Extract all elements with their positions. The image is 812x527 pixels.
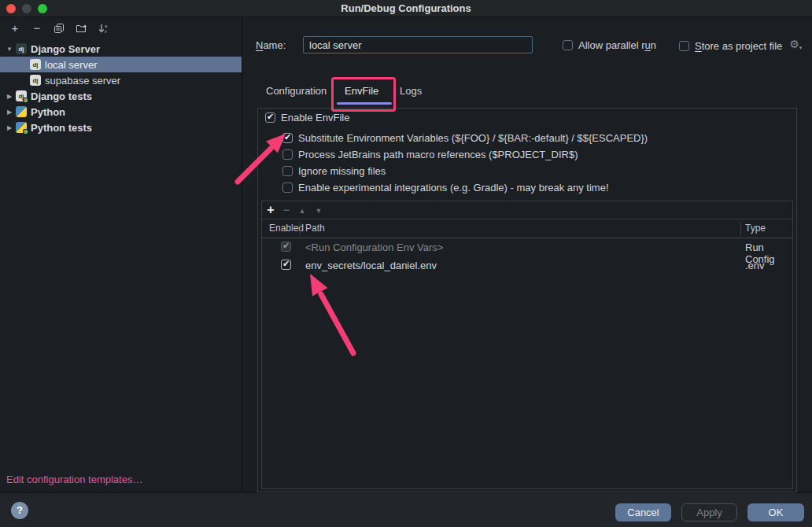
svg-text:z: z: [105, 29, 107, 34]
tab-logs[interactable]: Logs: [400, 85, 422, 97]
sidebar-toolbar: + − az: [0, 17, 242, 39]
sort-az-icon[interactable]: az: [97, 22, 109, 35]
tree-item-python-tests[interactable]: ▶ Python tests: [0, 120, 242, 135]
configurations-sidebar: + − az ▼ dj Django Server dj local serve…: [0, 17, 242, 492]
chevron-right-icon[interactable]: ▶: [3, 109, 16, 116]
django-icon: dj: [30, 59, 41, 70]
ok-button[interactable]: OK: [747, 503, 804, 521]
gear-glyph: ⚙: [789, 38, 799, 50]
column-header-enabled[interactable]: Enabled: [269, 223, 304, 234]
gear-icon[interactable]: ⚙▾: [789, 39, 802, 53]
enable-envfile-checkbox[interactable]: ✔ Enable EnvFile: [265, 112, 349, 123]
name-input[interactable]: [303, 36, 533, 53]
tree-item-supabase-server[interactable]: dj supabase server: [0, 72, 242, 88]
option-label: Enable experimental integrations (e.g. G…: [298, 182, 609, 193]
option-label: Process JetBrains path macro references …: [298, 149, 578, 160]
svg-text:a: a: [105, 24, 108, 28]
configuration-editor: Name: ✔ Allow parallel run ✔ Store as pr…: [243, 17, 812, 492]
window-title: Run/Debug Configurations: [0, 0, 812, 17]
checkbox-box[interactable]: ✔: [282, 166, 293, 176]
label-mnemonic: S: [695, 40, 702, 52]
chevron-right-icon[interactable]: ▶: [3, 124, 16, 131]
new-folder-icon[interactable]: [75, 22, 87, 35]
test-overlay-icon: [23, 129, 28, 135]
label-part: tore as project file: [702, 40, 783, 52]
selected-tab-underline: [337, 102, 392, 105]
tree-item-label: Python tests: [31, 122, 92, 134]
configurations-tree: ▼ dj Django Server dj local server dj su…: [0, 41, 242, 135]
add-env-file-icon[interactable]: +: [264, 204, 277, 216]
tree-item-local-server[interactable]: dj local server: [0, 57, 242, 72]
remove-env-file-icon[interactable]: −: [280, 204, 293, 216]
check-icon: ✔: [282, 259, 290, 269]
ignore-missing-files-checkbox[interactable]: ✔ Ignore missing files: [282, 165, 386, 177]
cancel-button[interactable]: Cancel: [615, 503, 671, 521]
checkbox-box[interactable]: ✔: [265, 112, 275, 123]
checkbox-box[interactable]: ✔: [563, 40, 573, 50]
checkbox-box[interactable]: ✔: [281, 260, 291, 270]
envfile-panel: ✔ Enable EnvFile ✔ Substitute Environmen…: [257, 108, 797, 492]
help-button[interactable]: ?: [11, 502, 28, 519]
python-tests-icon: [16, 122, 27, 133]
column-separator: [740, 222, 741, 235]
column-separator: [300, 222, 301, 235]
tree-item-label: supabase server: [45, 75, 120, 87]
row-path: <Run Configuration Env Vars>: [305, 241, 443, 253]
django-tests-icon: dj: [16, 90, 27, 101]
name-label-rest: ame:: [263, 39, 286, 51]
move-up-icon[interactable]: ▲: [296, 204, 308, 216]
tree-item-django-tests[interactable]: ▶ dj Django tests: [0, 88, 242, 104]
table-row[interactable]: ✔ env_secrets/local_daniel.env .env: [262, 256, 792, 275]
django-icon: dj: [30, 75, 41, 86]
tree-item-label: local server: [45, 59, 97, 71]
tree-item-django-server[interactable]: ▼ dj Django Server: [0, 41, 242, 57]
remove-configuration-icon[interactable]: −: [31, 22, 43, 35]
row-type: .env: [745, 260, 765, 271]
env-files-table: + − ▲ ▼ Enabled Path Type ✔ <Run Configu…: [261, 201, 793, 489]
experimental-integrations-checkbox[interactable]: ✔ Enable experimental integrations (e.g.…: [282, 182, 609, 193]
process-path-macro-checkbox[interactable]: ✔ Process JetBrains path macro reference…: [282, 149, 578, 160]
add-configuration-icon[interactable]: +: [9, 22, 21, 35]
test-overlay-icon: [23, 98, 28, 103]
table-header: Enabled Path Type: [262, 219, 792, 238]
copy-configuration-icon[interactable]: [53, 22, 65, 35]
chevron-down-icon[interactable]: ▼: [3, 46, 16, 53]
column-header-path[interactable]: Path: [305, 223, 325, 234]
tab-configuration[interactable]: Configuration: [266, 85, 327, 97]
checkbox-box[interactable]: ✔: [282, 133, 293, 143]
option-label: Substitute Environment Variables (${FOO}…: [298, 132, 648, 144]
tree-item-label: Django Server: [31, 43, 100, 55]
chevron-down-icon: ▾: [799, 45, 803, 50]
substitute-env-vars-checkbox[interactable]: ✔ Substitute Environment Variables (${FO…: [282, 132, 648, 144]
allow-parallel-run-checkbox[interactable]: ✔ Allow parallel run: [563, 39, 656, 51]
name-label: Name:: [256, 39, 286, 51]
apply-button[interactable]: Apply: [681, 503, 737, 521]
column-header-type[interactable]: Type: [745, 223, 766, 234]
checkbox-box[interactable]: ✔: [282, 149, 293, 160]
label-mnemonic: u: [645, 39, 651, 51]
option-label: Ignore missing files: [298, 165, 386, 177]
dialog-footer: ? Cancel Apply OK: [0, 492, 812, 527]
name-mnemonic: N: [256, 39, 263, 51]
chevron-right-icon[interactable]: ▶: [3, 93, 16, 100]
row-path: env_secrets/local_daniel.env: [305, 260, 437, 271]
tab-envfile[interactable]: EnvFile: [345, 85, 378, 97]
django-icon: dj: [16, 43, 27, 54]
edit-configuration-templates-link[interactable]: Edit configuration templates…: [6, 474, 142, 485]
titlebar: Run/Debug Configurations: [0, 0, 812, 17]
checkbox-box[interactable]: ✔: [282, 182, 293, 193]
move-down-icon[interactable]: ▼: [312, 204, 325, 216]
tree-item-label: Django tests: [31, 90, 92, 102]
store-as-project-file-label: Store as project file: [695, 40, 782, 52]
table-row[interactable]: ✔ <Run Configuration Env Vars> Run Confi…: [262, 238, 792, 256]
label-part: Allow parallel r: [578, 39, 645, 51]
python-icon: [16, 106, 27, 117]
check-icon: ✔: [284, 132, 291, 142]
run-debug-configurations-dialog: Run/Debug Configurations + − az ▼ dj Dja…: [0, 0, 812, 527]
tree-item-python[interactable]: ▶ Python: [0, 104, 242, 120]
check-icon: ✔: [267, 112, 274, 122]
store-as-project-file-checkbox[interactable]: ✔ Store as project file ⚙▾: [679, 39, 802, 53]
check-icon: ✔: [282, 241, 290, 251]
checkbox-box[interactable]: ✔: [679, 41, 689, 51]
checkbox-box: ✔: [281, 241, 291, 252]
